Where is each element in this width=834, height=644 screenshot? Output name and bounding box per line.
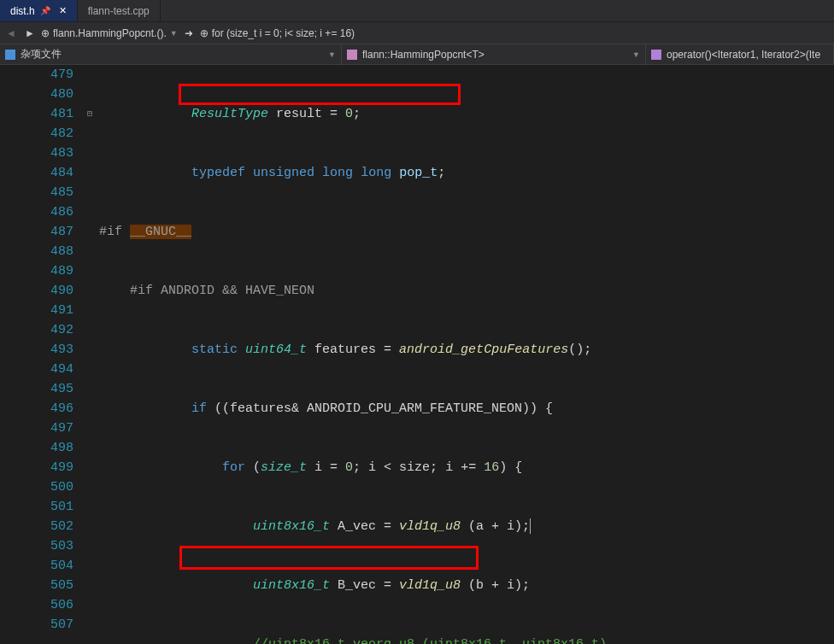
fold-marker[interactable] (82, 320, 97, 340)
highlight-box-typedef (179, 84, 461, 105)
line-number: 501 (0, 497, 73, 517)
fold-marker[interactable] (82, 419, 97, 438)
line-number: 502 (0, 517, 73, 536)
fold-marker[interactable] (82, 595, 97, 615)
line-number: 486 (0, 202, 73, 222)
fold-marker[interactable] (82, 399, 97, 419)
file-tab-dist-h[interactable]: dist.h 📌 ✕ (0, 0, 78, 21)
tab-label: dist.h (10, 5, 35, 17)
filter-misc-label: 杂项文件 (21, 47, 62, 61)
code-line[interactable]: for (size_t i = 0; i < size; i += 16) { (97, 458, 834, 477)
code-line[interactable]: uint8x16_t B_vec = vld1q_u8 (b + i); (97, 576, 834, 595)
filter-misc-files[interactable]: 杂项文件 ▼ (0, 44, 342, 64)
fold-marker[interactable] (82, 202, 97, 222)
line-number: 481 (0, 104, 73, 124)
breadcrumb-scope-text: flann.HammingPopcnt.(). (53, 27, 167, 39)
line-number: 482 (0, 124, 73, 143)
fold-marker[interactable] (82, 242, 97, 261)
file-icon (5, 50, 15, 60)
line-number: 507 (0, 615, 73, 635)
fold-marker[interactable] (82, 85, 97, 104)
fold-column: ⊟ (82, 65, 97, 644)
code-line[interactable]: //uint8x16_t veorq_u8 (uint8x16_t, uint8… (97, 635, 834, 644)
code-line[interactable]: ResultType result = 0; (97, 104, 834, 124)
nav-back-icon[interactable]: ◄ (3, 26, 19, 41)
breadcrumb-scope[interactable]: ⊕ flann.HammingPopcnt.(). ▼ (41, 27, 178, 39)
line-number: 497 (0, 419, 73, 438)
close-icon[interactable]: ✕ (59, 5, 67, 16)
fold-marker[interactable] (82, 536, 97, 556)
line-number: 498 (0, 438, 73, 458)
fold-marker[interactable] (82, 65, 97, 85)
code-line[interactable]: #if ANDROID && HAVE_NEON (97, 281, 834, 301)
code-line[interactable]: #if __GNUC__ (97, 222, 834, 242)
method-icon: ⊕ (41, 27, 50, 39)
filter-class[interactable]: flann::HammingPopcnt<T> ▼ (342, 44, 646, 64)
code-area[interactable]: ResultType result = 0; typedef unsigned … (97, 65, 834, 644)
fold-marker[interactable] (82, 143, 97, 163)
chevron-down-icon[interactable]: ▼ (170, 29, 178, 38)
filter-operator-label: operator()<Iterator1, Iterator2>(Ite (667, 49, 820, 61)
line-number: 487 (0, 222, 73, 242)
line-number: 488 (0, 242, 73, 261)
fold-marker[interactable] (82, 261, 97, 281)
breadcrumb-function-text: for (size_t i = 0; i< size; i += 16) (212, 27, 355, 39)
fold-marker[interactable] (82, 556, 97, 576)
nav-forward-icon[interactable]: ► (22, 26, 38, 41)
chevron-down-icon[interactable]: ▼ (328, 50, 336, 59)
breadcrumb-function[interactable]: ⊕ for (size_t i = 0; i< size; i += 16) (200, 27, 355, 39)
fold-marker[interactable]: ⊟ (82, 104, 97, 124)
fold-marker[interactable] (82, 458, 97, 477)
fold-marker[interactable] (82, 124, 97, 143)
line-number: 503 (0, 536, 73, 556)
filter-operator[interactable]: operator()<Iterator1, Iterator2>(Ite (646, 44, 834, 64)
fold-marker[interactable] (82, 497, 97, 517)
line-number: 505 (0, 576, 73, 595)
line-number: 490 (0, 281, 73, 301)
tabs-bar: dist.h 📌 ✕ flann-test.cpp (0, 0, 834, 22)
pin-icon[interactable]: 📌 (40, 6, 50, 15)
fold-marker[interactable] (82, 438, 97, 458)
line-number: 496 (0, 399, 73, 419)
line-number: 493 (0, 340, 73, 360)
text-cursor (530, 518, 531, 534)
fold-marker[interactable] (82, 576, 97, 595)
fold-marker[interactable] (82, 340, 97, 360)
fold-marker[interactable] (82, 477, 97, 497)
line-number: 479 (0, 65, 73, 85)
go-to-icon[interactable]: ➜ (181, 26, 197, 41)
line-number: 500 (0, 477, 73, 497)
fold-marker[interactable] (82, 183, 97, 202)
fold-marker[interactable] (82, 379, 97, 399)
scope-icon: ⊕ (200, 27, 208, 39)
line-number: 485 (0, 183, 73, 202)
fold-marker[interactable] (82, 222, 97, 242)
line-number: 483 (0, 143, 73, 163)
line-number: 480 (0, 85, 73, 104)
file-tab-flann-test[interactable]: flann-test.cpp (78, 0, 161, 21)
fold-marker[interactable] (82, 360, 97, 379)
filter-bar: 杂项文件 ▼ flann::HammingPopcnt<T> ▼ operato… (0, 44, 834, 65)
fold-marker[interactable] (82, 615, 97, 635)
highlight-box-comment-typedef (179, 546, 479, 570)
class-icon (347, 50, 357, 60)
code-line[interactable]: uint8x16_t A_vec = vld1q_u8 (a + i); (97, 517, 834, 536)
breadcrumb-bar: ◄ ► ⊕ flann.HammingPopcnt.(). ▼ ➜ ⊕ for … (0, 22, 834, 44)
code-line[interactable]: if ((features& ANDROID_CPU_ARM_FEATURE_N… (97, 399, 834, 419)
chevron-down-icon[interactable]: ▼ (632, 50, 640, 59)
line-number: 492 (0, 320, 73, 340)
tab-label: flann-test.cpp (88, 5, 150, 17)
line-number: 489 (0, 261, 73, 281)
line-number: 484 (0, 163, 73, 183)
line-gutter: 4794804814824834844854864874884894904914… (0, 65, 82, 644)
fold-marker[interactable] (82, 517, 97, 536)
filter-class-label: flann::HammingPopcnt<T> (362, 49, 485, 61)
fold-marker[interactable] (82, 281, 97, 301)
method-icon (651, 50, 661, 60)
code-editor[interactable]: 4794804814824834844854864874884894904914… (0, 65, 834, 644)
code-line[interactable]: static uint64_t features = android_getCp… (97, 340, 834, 360)
code-line[interactable]: typedef unsigned long long pop_t; (97, 163, 834, 183)
line-number: 491 (0, 301, 73, 320)
fold-marker[interactable] (82, 163, 97, 183)
fold-marker[interactable] (82, 301, 97, 320)
